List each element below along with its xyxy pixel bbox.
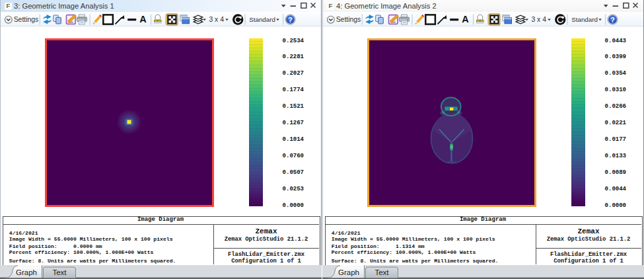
svg-text:3 x 4: 3 x 4	[531, 16, 546, 23]
svg-text:?: ?	[610, 15, 614, 23]
svg-text:Standard: Standard	[249, 16, 275, 23]
svg-text:Standard: Standard	[571, 16, 598, 23]
svg-text:3 x 4: 3 x 4	[209, 16, 224, 23]
svg-text:Graph: Graph	[16, 268, 37, 276]
svg-text:Settings: Settings	[336, 16, 361, 23]
svg-text:Settings: Settings	[14, 16, 39, 23]
svg-text:Text: Text	[52, 268, 67, 276]
svg-text:?: ?	[288, 15, 292, 23]
svg-text:A: A	[462, 14, 469, 24]
svg-text:Text: Text	[375, 268, 389, 276]
svg-text:A: A	[139, 14, 147, 24]
svg-text:Graph: Graph	[338, 268, 359, 276]
